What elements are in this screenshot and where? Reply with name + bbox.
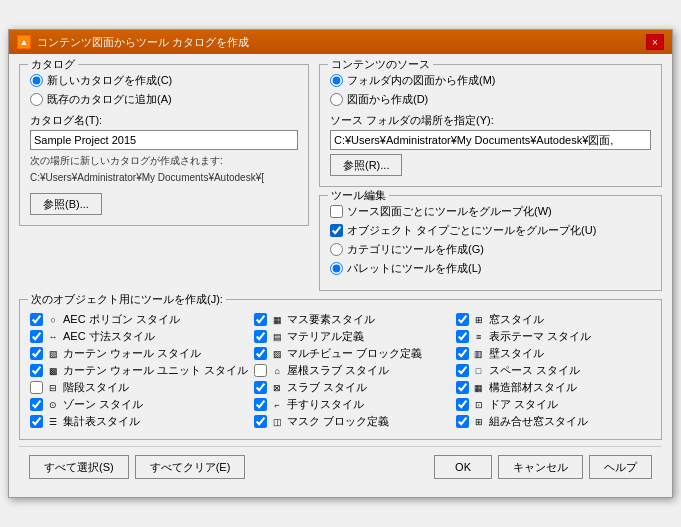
source-folder-input[interactable] bbox=[330, 130, 651, 150]
list-item: ▨マルチビュー ブロック定義 bbox=[254, 346, 449, 361]
dim-icon: ↔ bbox=[46, 330, 60, 344]
items-grid: ○AEC ポリゴン スタイル▦マス要素スタイル⊞窓スタイル↔AEC 寸法スタイル… bbox=[30, 312, 651, 429]
item-label: 屋根スラブ スタイル bbox=[287, 363, 389, 378]
group-by-source-label: ソース図面ごとにツールをグループ化(W) bbox=[347, 204, 552, 219]
left-panel: カタログ 新しいカタログを作成(C) 既存のカタログに追加(A) カタログ名(T… bbox=[19, 64, 309, 291]
item-checkbox[interactable] bbox=[254, 330, 267, 343]
group-by-type-check[interactable] bbox=[330, 224, 343, 237]
combinedwindow-icon: ⊞ bbox=[472, 415, 486, 429]
schedule-icon: ☰ bbox=[46, 415, 60, 429]
existing-catalog-row: 既存のカタログに追加(A) bbox=[30, 92, 298, 107]
group-by-source-check[interactable] bbox=[330, 205, 343, 218]
item-checkbox[interactable] bbox=[456, 364, 469, 377]
dialog-body: カタログ 新しいカタログを作成(C) 既存のカタログに追加(A) カタログ名(T… bbox=[9, 54, 672, 497]
title-bar: ▲ コンテンツ図面からツール カタログを作成 × bbox=[9, 30, 672, 54]
tool-edit-group: ツール編集 ソース図面ごとにツールをグループ化(W) オブジェクト タイプごとに… bbox=[319, 195, 662, 291]
item-checkbox[interactable] bbox=[456, 330, 469, 343]
item-checkbox[interactable] bbox=[254, 313, 267, 326]
close-button[interactable]: × bbox=[646, 34, 664, 50]
item-checkbox[interactable] bbox=[456, 398, 469, 411]
list-item: ⌂屋根スラブ スタイル bbox=[254, 363, 449, 378]
mask-icon: ◫ bbox=[270, 415, 284, 429]
stair-icon: ⊟ bbox=[46, 381, 60, 395]
item-label: 階段スタイル bbox=[63, 380, 129, 395]
wall2-icon: ▥ bbox=[472, 347, 486, 361]
catalog-group: カタログ 新しいカタログを作成(C) 既存のカタログに追加(A) カタログ名(T… bbox=[19, 64, 309, 226]
item-checkbox[interactable] bbox=[456, 415, 469, 428]
item-label: スラブ スタイル bbox=[287, 380, 367, 395]
item-checkbox[interactable] bbox=[456, 313, 469, 326]
two-col-layout: カタログ 新しいカタログを作成(C) 既存のカタログに追加(A) カタログ名(T… bbox=[19, 64, 662, 291]
item-label: ドア スタイル bbox=[489, 397, 558, 412]
existing-catalog-radio[interactable] bbox=[30, 93, 43, 106]
app-icon: ▲ bbox=[17, 35, 31, 49]
curtain-icon: ▧ bbox=[46, 347, 60, 361]
item-label: マルチビュー ブロック定義 bbox=[287, 346, 422, 361]
item-checkbox[interactable] bbox=[254, 398, 267, 411]
list-item: ⊡ドア スタイル bbox=[456, 397, 651, 412]
item-checkbox[interactable] bbox=[254, 364, 267, 377]
item-label: マスク ブロック定義 bbox=[287, 414, 389, 429]
catalog-browse-button[interactable]: 参照(B)... bbox=[30, 193, 102, 215]
item-label: マス要素スタイル bbox=[287, 312, 375, 327]
new-catalog-label: 新しいカタログを作成(C) bbox=[47, 73, 172, 88]
drawing-source-radio[interactable] bbox=[330, 93, 343, 106]
item-checkbox[interactable] bbox=[456, 347, 469, 360]
item-checkbox[interactable] bbox=[254, 415, 267, 428]
category-tool-radio[interactable] bbox=[330, 243, 343, 256]
folder-source-radio[interactable] bbox=[330, 74, 343, 87]
item-checkbox[interactable] bbox=[30, 330, 43, 343]
help-button[interactable]: ヘルプ bbox=[589, 455, 652, 479]
list-item: ⊞窓スタイル bbox=[456, 312, 651, 327]
item-checkbox[interactable] bbox=[30, 398, 43, 411]
curtainunit-icon: ▩ bbox=[46, 364, 60, 378]
item-label: 集計表スタイル bbox=[63, 414, 140, 429]
clear-all-button[interactable]: すべてクリア(E) bbox=[135, 455, 246, 479]
item-checkbox[interactable] bbox=[30, 347, 43, 360]
palette-tool-radio[interactable] bbox=[330, 262, 343, 275]
cancel-button[interactable]: キャンセル bbox=[498, 455, 583, 479]
item-checkbox[interactable] bbox=[456, 381, 469, 394]
item-checkbox[interactable] bbox=[30, 364, 43, 377]
space-icon: □ bbox=[472, 364, 486, 378]
group-by-type-label: オブジェクト タイプごとにツールをグループ化(U) bbox=[347, 223, 596, 238]
folder-source-label: フォルダ内の図面から作成(M) bbox=[347, 73, 496, 88]
list-item: ⌐手すりスタイル bbox=[254, 397, 449, 412]
material-icon: ▤ bbox=[270, 330, 284, 344]
new-catalog-radio[interactable] bbox=[30, 74, 43, 87]
source-browse-button[interactable]: 参照(R)... bbox=[330, 154, 402, 176]
group-by-type-row: オブジェクト タイプごとにツールをグループ化(U) bbox=[330, 223, 651, 238]
item-checkbox[interactable] bbox=[254, 381, 267, 394]
category-tool-label: カテゴリにツールを作成(G) bbox=[347, 242, 484, 257]
display-icon: ≡ bbox=[472, 330, 486, 344]
catalog-name-label: カタログ名(T): bbox=[30, 113, 298, 128]
item-checkbox[interactable] bbox=[30, 313, 43, 326]
item-checkbox[interactable] bbox=[30, 415, 43, 428]
select-all-button[interactable]: すべて選択(S) bbox=[29, 455, 129, 479]
bottom-right: OK キャンセル ヘルプ bbox=[434, 455, 652, 479]
multiview-icon: ▨ bbox=[270, 347, 284, 361]
list-item: ⊞組み合せ窓スタイル bbox=[456, 414, 651, 429]
item-label: マテリアル定義 bbox=[287, 329, 364, 344]
drawing-source-label: 図面から作成(D) bbox=[347, 92, 428, 107]
drawing-source-row: 図面から作成(D) bbox=[330, 92, 651, 107]
existing-catalog-label: 既存のカタログに追加(A) bbox=[47, 92, 172, 107]
catalog-name-input[interactable] bbox=[30, 130, 298, 150]
item-label: 窓スタイル bbox=[489, 312, 544, 327]
group-by-source-row: ソース図面ごとにツールをグループ化(W) bbox=[330, 204, 651, 219]
item-checkbox[interactable] bbox=[30, 381, 43, 394]
item-label: 壁スタイル bbox=[489, 346, 544, 361]
handrail-icon: ⌐ bbox=[270, 398, 284, 412]
item-label: 構造部材スタイル bbox=[489, 380, 577, 395]
list-item: ▦マス要素スタイル bbox=[254, 312, 449, 327]
item-checkbox[interactable] bbox=[254, 347, 267, 360]
tool-edit-label: ツール編集 bbox=[328, 188, 389, 203]
folder-source-row: フォルダ内の図面から作成(M) bbox=[330, 73, 651, 88]
list-item: □スペース スタイル bbox=[456, 363, 651, 378]
list-item: ▤マテリアル定義 bbox=[254, 329, 449, 344]
list-item: ≡表示テーマ スタイル bbox=[456, 329, 651, 344]
list-item: ▦構造部材スタイル bbox=[456, 380, 651, 395]
list-item: ▩カーテン ウォール ユニット スタイル bbox=[30, 363, 248, 378]
list-item: ⊠スラブ スタイル bbox=[254, 380, 449, 395]
ok-button[interactable]: OK bbox=[434, 455, 492, 479]
